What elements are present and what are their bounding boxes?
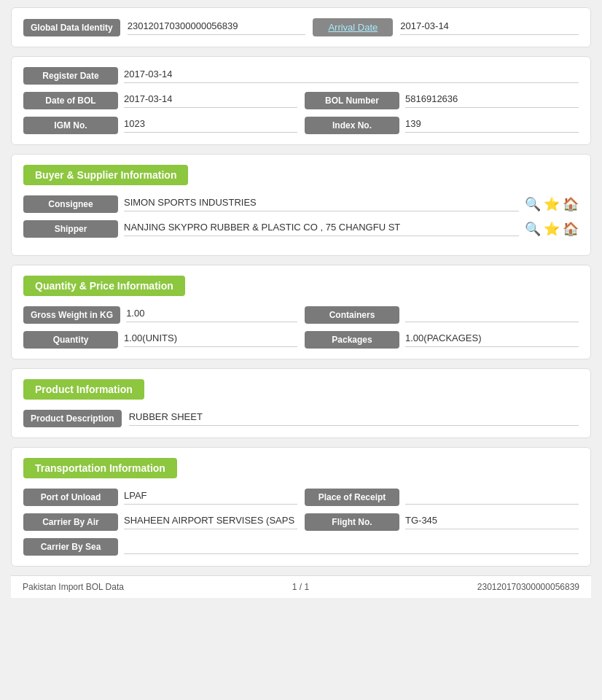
index-label: Index No. xyxy=(305,117,399,134)
consignee-label: Consignee xyxy=(23,195,118,213)
carrier-air-value: SHAHEEN AIRPORT SERVISES (SAPS xyxy=(124,515,297,529)
product-header: Product Information xyxy=(23,379,144,400)
index-value: 139 xyxy=(405,118,579,133)
containers-label: Containers xyxy=(305,306,399,324)
footer-center: 1 / 1 xyxy=(292,582,309,592)
footer-right: 230120170300000056839 xyxy=(477,582,579,592)
consignee-home-icon[interactable]: 🏠 xyxy=(563,196,579,212)
carrier-air-label: Carrier By Air xyxy=(23,513,118,531)
port-unload-value: LPAF xyxy=(124,490,297,505)
date-bol-label: Date of BOL xyxy=(23,92,118,109)
shipper-search-icon[interactable]: 🔍 xyxy=(525,221,541,237)
shipper-label: Shipper xyxy=(23,220,118,238)
register-date-half: Register Date 2017-03-14 xyxy=(23,67,579,85)
buyer-supplier-card: Buyer & Supplier Information Consignee S… xyxy=(11,154,591,256)
consignee-value: SIMON SPORTS INDUSTRIES xyxy=(124,197,519,211)
transportation-header: Transportation Information xyxy=(23,458,177,478)
igm-half: IGM No. 1023 xyxy=(23,117,297,134)
consignee-icons: 🔍 ⭐ 🏠 xyxy=(525,196,579,212)
quantity-row: Quantity 1.00(UNITS) Packages 1.00(PACKA… xyxy=(23,331,579,349)
shipper-home-icon[interactable]: 🏠 xyxy=(563,221,579,237)
product-desc-label: Product Description xyxy=(23,410,122,427)
gross-weight-label: Gross Weight in KG xyxy=(23,306,120,324)
gross-weight-value: 1.00 xyxy=(126,308,297,322)
shipper-icons: 🔍 ⭐ 🏠 xyxy=(525,221,579,237)
product-card: Product Information Product Description … xyxy=(11,368,591,438)
register-date-value: 2017-03-14 xyxy=(124,69,579,83)
quantity-value: 1.00(UNITS) xyxy=(124,332,297,347)
shipper-value: NANJING SKYPRO RUBBER & PLASTIC CO , 75 … xyxy=(124,222,519,236)
port-unload-half: Port of Unload LPAF xyxy=(23,489,297,506)
shipper-star-icon[interactable]: ⭐ xyxy=(544,221,560,237)
flight-no-value: TG-345 xyxy=(405,515,579,529)
footer-bar: Pakistan Import BOL Data 1 / 1 230120170… xyxy=(11,575,591,598)
date-bol-row: Date of BOL 2017-03-14 BOL Number 581691… xyxy=(23,92,579,109)
index-half: Index No. 139 xyxy=(305,117,579,134)
flight-no-half: Flight No. TG-345 xyxy=(305,513,579,531)
product-desc-row: Product Description RUBBER SHEET xyxy=(23,410,579,427)
buyer-supplier-header: Buyer & Supplier Information xyxy=(23,165,188,185)
quantity-half: Quantity 1.00(UNITS) xyxy=(23,331,297,349)
arrival-date-value: 2017-03-14 xyxy=(400,20,579,35)
quantity-price-header: Quantity & Price Information xyxy=(23,276,185,296)
bol-number-label: BOL Number xyxy=(305,92,399,109)
bol-number-half: BOL Number 5816912636 xyxy=(305,92,579,109)
containers-half: Containers xyxy=(305,306,579,324)
containers-value xyxy=(405,308,579,322)
packages-label: Packages xyxy=(305,331,399,349)
igm-value: 1023 xyxy=(124,118,297,133)
shipper-row: Shipper NANJING SKYPRO RUBBER & PLASTIC … xyxy=(23,220,579,238)
igm-label: IGM No. xyxy=(23,117,118,134)
gross-weight-row: Gross Weight in KG 1.00 Containers xyxy=(23,306,579,324)
register-date-label: Register Date xyxy=(23,67,118,85)
place-receipt-label: Place of Receipt xyxy=(305,489,399,506)
product-desc-value: RUBBER SHEET xyxy=(129,411,579,426)
port-unload-row: Port of Unload LPAF Place of Receipt xyxy=(23,489,579,506)
arrival-date-link[interactable]: Arrival Date xyxy=(328,22,378,33)
packages-value: 1.00(PACKAGES) xyxy=(405,332,579,347)
date-bol-value: 2017-03-14 xyxy=(124,93,297,108)
bol-number-value: 5816912636 xyxy=(405,93,579,108)
flight-no-label: Flight No. xyxy=(305,513,399,531)
carrier-sea-value xyxy=(124,540,579,554)
packages-half: Packages 1.00(PACKAGES) xyxy=(305,331,579,349)
footer-left: Pakistan Import BOL Data xyxy=(23,582,124,592)
transportation-card: Transportation Information Port of Unloa… xyxy=(11,447,591,567)
register-date-row: Register Date 2017-03-14 xyxy=(23,67,579,85)
carrier-air-row: Carrier By Air SHAHEEN AIRPORT SERVISES … xyxy=(23,513,579,531)
igm-row: IGM No. 1023 Index No. 139 xyxy=(23,117,579,134)
global-identity-value: 230120170300000056839 xyxy=(128,20,306,35)
place-receipt-half: Place of Receipt xyxy=(305,489,579,506)
carrier-air-half: Carrier By Air SHAHEEN AIRPORT SERVISES … xyxy=(23,513,297,531)
carrier-sea-half: Carrier By Sea xyxy=(23,538,579,556)
dates-card: Register Date 2017-03-14 Date of BOL 201… xyxy=(11,56,591,145)
carrier-sea-label: Carrier By Sea xyxy=(23,538,118,556)
consignee-row: Consignee SIMON SPORTS INDUSTRIES 🔍 ⭐ 🏠 xyxy=(23,195,579,213)
date-bol-half: Date of BOL 2017-03-14 xyxy=(23,92,297,109)
place-receipt-value xyxy=(405,490,579,505)
consignee-star-icon[interactable]: ⭐ xyxy=(544,196,560,212)
arrival-date-button[interactable]: Arrival Date xyxy=(313,18,393,36)
global-identity-label: Global Data Identity xyxy=(23,19,120,36)
global-identity-card: Global Data Identity 2301201703000000568… xyxy=(11,7,591,47)
carrier-sea-row: Carrier By Sea xyxy=(23,538,579,556)
gross-weight-half: Gross Weight in KG 1.00 xyxy=(23,306,297,324)
quantity-label: Quantity xyxy=(23,331,118,349)
quantity-price-card: Quantity & Price Information Gross Weigh… xyxy=(11,265,591,359)
global-identity-row: Global Data Identity 2301201703000000568… xyxy=(23,18,579,36)
port-unload-label: Port of Unload xyxy=(23,489,118,506)
consignee-search-icon[interactable]: 🔍 xyxy=(525,196,541,212)
